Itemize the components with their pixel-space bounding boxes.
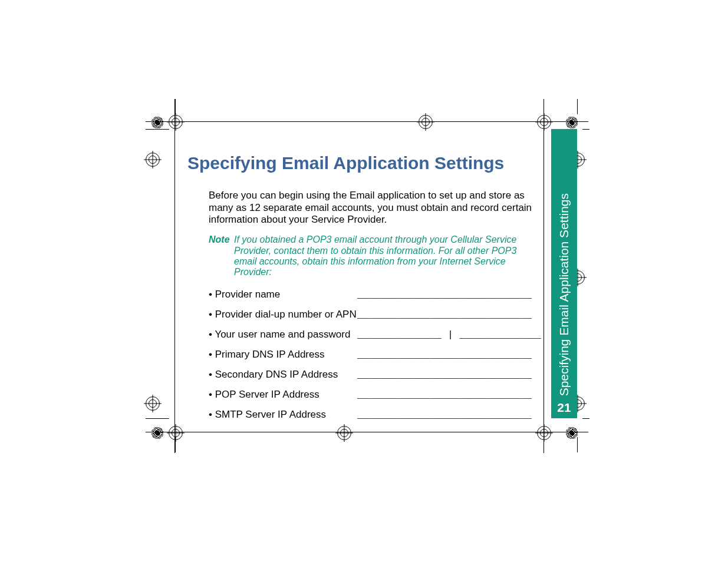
side-tab-title: Specifying Email Application Settings xyxy=(557,193,571,396)
registration-mark xyxy=(144,395,162,412)
field-label: POP Server IP Address xyxy=(209,389,357,401)
field-blank-line: ______________ | ______________ xyxy=(357,329,541,340)
crop-mark xyxy=(577,99,578,114)
page-title: Specifying Email Application Settings xyxy=(187,153,541,173)
field-blank-line: _____________________________ xyxy=(357,389,541,401)
crop-mark xyxy=(582,418,589,419)
note-block: Note If you obtained a POP3 email accoun… xyxy=(209,234,541,278)
page-content: Specifying Email Application Settings Be… xyxy=(187,153,541,429)
field-label: Secondary DNS IP Address xyxy=(209,369,357,381)
crop-mark xyxy=(175,99,176,114)
field-label: Your user name and password xyxy=(209,329,357,340)
print-blob-icon xyxy=(565,115,579,130)
rule-right xyxy=(543,99,544,453)
intro-paragraph: Before you can begin using the Email app… xyxy=(209,190,541,226)
registration-mark xyxy=(167,424,185,442)
field-blank-line: _____________________________ xyxy=(357,309,541,320)
field-blank-line: _____________________________ xyxy=(357,349,541,361)
field-blank-line: _____________________________ xyxy=(357,409,541,421)
rule-bottom xyxy=(146,432,588,432)
field-row: Provider name __________________________… xyxy=(209,289,541,300)
registration-mark xyxy=(417,113,434,131)
note-label: Note xyxy=(209,234,234,245)
field-row: Your user name and password ____________… xyxy=(209,329,541,340)
crop-mark xyxy=(582,129,589,130)
field-row: Provider dial-up number or APN _________… xyxy=(209,309,541,320)
registration-mark xyxy=(535,113,553,131)
crop-mark xyxy=(577,437,578,452)
registration-mark xyxy=(144,151,162,168)
print-blob-icon xyxy=(565,426,579,440)
field-blank-line: _____________________________ xyxy=(357,289,541,300)
field-label: Provider name xyxy=(209,289,357,300)
field-row: Secondary DNS IP Address _______________… xyxy=(209,369,541,381)
print-blob-icon xyxy=(150,426,164,440)
field-row: Primary DNS IP Address _________________… xyxy=(209,349,541,361)
rule-left xyxy=(174,99,175,453)
note-text: If you obtained a POP3 email account thr… xyxy=(234,234,541,278)
field-label: SMTP Server IP Address xyxy=(209,409,357,421)
field-row: SMTP Server IP Address _________________… xyxy=(209,409,541,421)
field-label: Provider dial-up number or APN xyxy=(209,309,357,320)
rule-top xyxy=(146,121,588,122)
field-label: Primary DNS IP Address xyxy=(209,349,357,361)
side-tab: Specifying Email Application Settings 21 xyxy=(551,129,577,418)
field-row: POP Server IP Address __________________… xyxy=(209,389,541,401)
field-list: Provider name __________________________… xyxy=(209,289,541,421)
registration-mark xyxy=(167,113,185,131)
page-number: 21 xyxy=(551,401,577,415)
print-blob-icon xyxy=(150,115,164,130)
crop-mark xyxy=(146,418,169,419)
field-blank-line: _____________________________ xyxy=(357,369,541,381)
